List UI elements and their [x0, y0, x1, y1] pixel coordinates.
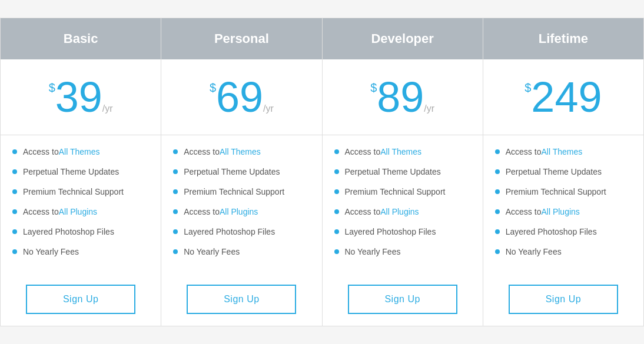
- list-item: Layered Photoshop Files: [334, 227, 471, 236]
- bullet-icon: [173, 169, 178, 174]
- bullet-icon: [173, 209, 178, 214]
- list-item: Premium Technical Support: [12, 187, 149, 196]
- list-item: Access to All Plugins: [495, 207, 632, 216]
- plan-developer-currency: $: [370, 82, 377, 93]
- bullet-icon: [12, 149, 17, 154]
- feature-text: Perpetual Theme Updates: [345, 167, 441, 176]
- feature-text: Layered Photoshop Files: [345, 227, 436, 236]
- plan-basic-footer: Sign Up: [1, 273, 161, 326]
- list-item: Layered Photoshop Files: [12, 227, 149, 236]
- plan-developer-header: Developer: [323, 18, 483, 59]
- bullet-icon: [334, 249, 339, 254]
- bullet-icon: [495, 149, 500, 154]
- bullet-icon: [334, 209, 339, 214]
- list-item: Premium Technical Support: [334, 187, 471, 196]
- bullet-icon: [12, 249, 17, 254]
- list-item: Access to All Plugins: [173, 207, 310, 216]
- feature-text: Layered Photoshop Files: [23, 227, 114, 236]
- feature-text: Premium Technical Support: [506, 187, 606, 196]
- plan-developer-footer: Sign Up: [323, 273, 483, 326]
- feature-link-all-plugins[interactable]: All Plugins: [220, 207, 258, 216]
- feature-text: No Yearly Fees: [345, 247, 401, 256]
- plan-lifetime-footer: Sign Up: [483, 273, 643, 326]
- bullet-icon: [173, 189, 178, 194]
- plan-developer-signup-button[interactable]: Sign Up: [348, 285, 457, 314]
- list-item: No Yearly Fees: [495, 247, 632, 256]
- list-item: Layered Photoshop Files: [173, 227, 310, 236]
- plan-developer-period: /yr: [424, 104, 434, 113]
- feature-link-all-themes[interactable]: All Themes: [380, 147, 421, 156]
- bullet-icon: [495, 209, 500, 214]
- feature-link-all-plugins[interactable]: All Plugins: [541, 207, 579, 216]
- feature-text: Layered Photoshop Files: [184, 227, 275, 236]
- feature-text: No Yearly Fees: [506, 247, 562, 256]
- feature-text: Perpetual Theme Updates: [184, 167, 280, 176]
- list-item: Access to All Themes: [334, 147, 471, 156]
- plan-lifetime-features: Access to All ThemesPerpetual Theme Upda…: [483, 135, 643, 273]
- bullet-icon: [495, 249, 500, 254]
- feature-text: Perpetual Theme Updates: [506, 167, 602, 176]
- pricing-table: Basic$39/yrAccess to All ThemesPerpetual…: [0, 18, 644, 326]
- bullet-icon: [173, 149, 178, 154]
- plan-personal-amount: 69: [216, 76, 263, 118]
- plan-personal-footer: Sign Up: [161, 273, 321, 326]
- feature-text: No Yearly Fees: [23, 247, 79, 256]
- list-item: Premium Technical Support: [495, 187, 632, 196]
- plan-developer-features: Access to All ThemesPerpetual Theme Upda…: [323, 135, 483, 273]
- bullet-icon: [495, 189, 500, 194]
- list-item: No Yearly Fees: [12, 247, 149, 256]
- list-item: Access to All Themes: [495, 147, 632, 156]
- plan-basic-features: Access to All ThemesPerpetual Theme Upda…: [1, 135, 161, 273]
- bullet-icon: [173, 229, 178, 234]
- list-item: Access to All Themes: [173, 147, 310, 156]
- list-item: No Yearly Fees: [334, 247, 471, 256]
- plan-lifetime-currency: $: [525, 82, 531, 93]
- plan-personal-features: Access to All ThemesPerpetual Theme Upda…: [161, 135, 321, 273]
- plan-personal-header: Personal: [161, 18, 321, 59]
- plan-basic: Basic$39/yrAccess to All ThemesPerpetual…: [1, 18, 161, 326]
- list-item: Perpetual Theme Updates: [173, 167, 310, 176]
- plan-basic-header: Basic: [1, 18, 161, 59]
- list-item: Premium Technical Support: [173, 187, 310, 196]
- feature-link-all-themes[interactable]: All Themes: [541, 147, 582, 156]
- plan-lifetime-header: Lifetime: [483, 18, 643, 59]
- list-item: No Yearly Fees: [173, 247, 310, 256]
- feature-text: Perpetual Theme Updates: [23, 167, 119, 176]
- list-item: Perpetual Theme Updates: [495, 167, 632, 176]
- list-item: Access to All Plugins: [334, 207, 471, 216]
- plan-lifetime-price: $249: [483, 59, 643, 135]
- bullet-icon: [495, 169, 500, 174]
- feature-text: Premium Technical Support: [184, 187, 284, 196]
- plan-developer-price: $89/yr: [323, 59, 483, 135]
- feature-text: No Yearly Fees: [184, 247, 240, 256]
- plan-basic-amount: 39: [55, 76, 102, 118]
- bullet-icon: [12, 189, 17, 194]
- feature-link-all-themes[interactable]: All Themes: [59, 147, 100, 156]
- feature-link-all-themes[interactable]: All Themes: [220, 147, 261, 156]
- feature-text: Premium Technical Support: [23, 187, 124, 196]
- plan-personal-currency: $: [210, 82, 216, 93]
- plan-personal-period: /yr: [263, 104, 274, 113]
- plan-developer: Developer$89/yrAccess to All ThemesPerpe…: [323, 18, 483, 326]
- bullet-icon: [334, 229, 339, 234]
- bullet-icon: [334, 169, 339, 174]
- plan-lifetime-amount: 249: [531, 76, 602, 118]
- bullet-icon: [12, 229, 17, 234]
- feature-text: Premium Technical Support: [345, 187, 446, 196]
- bullet-icon: [334, 189, 339, 194]
- plan-personal-signup-button[interactable]: Sign Up: [187, 285, 296, 314]
- plan-basic-period: /yr: [102, 104, 113, 113]
- feature-link-all-plugins[interactable]: All Plugins: [380, 207, 419, 216]
- bullet-icon: [173, 249, 178, 254]
- feature-link-all-plugins[interactable]: All Plugins: [59, 207, 97, 216]
- plan-basic-currency: $: [49, 82, 55, 93]
- list-item: Layered Photoshop Files: [495, 227, 632, 236]
- plan-lifetime-signup-button[interactable]: Sign Up: [509, 285, 618, 314]
- plan-basic-price: $39/yr: [1, 59, 161, 135]
- bullet-icon: [495, 229, 500, 234]
- plan-basic-signup-button[interactable]: Sign Up: [26, 285, 135, 314]
- feature-text: Layered Photoshop Files: [506, 227, 597, 236]
- list-item: Access to All Themes: [12, 147, 149, 156]
- plan-personal: Personal$69/yrAccess to All ThemesPerpet…: [161, 18, 322, 326]
- bullet-icon: [12, 169, 17, 174]
